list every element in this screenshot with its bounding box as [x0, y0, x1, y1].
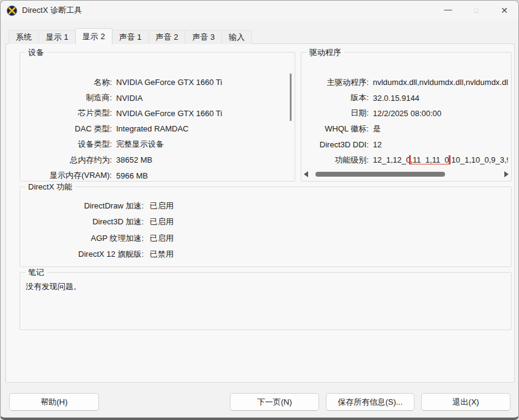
device-vertical-scrollbar[interactable]: [290, 73, 292, 121]
device-row-total-memory: 总内存约为: 38652 MB: [26, 152, 279, 168]
feature-row-dx12-ultimate: DirectX 12 旗舰版: 已禁用: [26, 246, 505, 262]
driver-horizontal-scrollbar[interactable]: [304, 170, 509, 179]
driver-group: 驱动程序 主驱动程序: nvldumdx.dll,nvldumdx.dll,nv…: [301, 52, 512, 182]
maximize-icon: □: [474, 7, 479, 14]
driver-row-main-driver: 主驱动程序: nvldumdx.dll,nvldumdx.dll,nvldumd…: [307, 75, 508, 90]
field-label: 主驱动程序:: [307, 77, 369, 88]
help-button[interactable]: 帮助(H): [9, 393, 99, 411]
driver-rows: 主驱动程序: nvldumdx.dll,nvldumdx.dll,nvldumd…: [307, 75, 508, 168]
feature-row-direct3d: Direct3D 加速: 已启用: [26, 214, 505, 230]
field-value: 38652 MB: [116, 155, 279, 164]
field-value: 完整显示设备: [116, 139, 279, 150]
close-button[interactable]: ✕: [490, 1, 518, 20]
field-value: 是: [373, 123, 508, 134]
device-row-manufacturer: 制造商: NVIDIA: [26, 90, 279, 105]
close-icon: ✕: [501, 6, 508, 15]
directx-icon: [7, 6, 17, 16]
driver-row-feature-levels: 功能级别: 12_1,12_0,11_1,11_0,10_1,10_0,9_3,…: [307, 152, 508, 168]
field-label: 名称:: [26, 77, 112, 88]
field-value: 已启用: [150, 216, 505, 227]
field-value: 12: [373, 140, 508, 149]
field-label: WHQL 徽标:: [307, 123, 369, 134]
device-rows: 名称: NVIDIA GeForce GTX 1660 Ti 制造商: NVID…: [26, 75, 279, 183]
scrollbar-thumb[interactable]: [315, 172, 445, 177]
tab-system[interactable]: 系统: [9, 30, 39, 44]
field-label: 日期:: [307, 108, 369, 119]
field-value: 已禁用: [150, 249, 505, 260]
driver-row-date: 日期: 12/2/2025 08:00:00: [307, 106, 508, 121]
feature-levels-highlight-annotation: ,11_1,11_0: [410, 155, 449, 164]
field-label: DirectDraw 加速:: [26, 201, 144, 212]
field-value: NVIDIA: [116, 94, 279, 103]
tab-sound-2[interactable]: 声音 2: [149, 30, 186, 44]
notes-group-legend: 笔记: [25, 267, 47, 278]
notes-group: 笔记 没有发现问题。: [20, 272, 512, 330]
field-label: 制造商:: [26, 92, 112, 103]
field-value: 已启用: [150, 201, 505, 212]
field-label: 显示内存(VRAM):: [26, 170, 112, 181]
tab-sound-1[interactable]: 声音 1: [112, 30, 149, 44]
driver-row-whql: WHQL 徽标: 是: [307, 121, 508, 136]
dxdiag-window: DirectX 诊断工具 — □ ✕ 系统 显示 1 显示 2 声音 1 声音 …: [0, 0, 519, 420]
tab-sound-3[interactable]: 声音 3: [185, 30, 222, 44]
exit-button[interactable]: 退出(X): [421, 393, 510, 411]
minimize-icon: —: [444, 5, 452, 14]
field-value: Integrated RAMDAC: [116, 124, 279, 133]
notes-text: 没有发现问题。: [26, 281, 505, 292]
field-label: Direct3D DDI:: [307, 140, 369, 149]
tab-display-2[interactable]: 显示 2: [75, 28, 112, 45]
device-row-vram: 显示内存(VRAM): 5966 MB: [26, 168, 279, 183]
maximize-button: □: [462, 1, 490, 20]
scroll-right-arrow-icon[interactable]: [504, 171, 509, 177]
field-value: 5966 MB: [116, 171, 279, 180]
minimize-button[interactable]: —: [434, 1, 462, 20]
field-label: 版本:: [307, 92, 369, 103]
driver-group-legend: 驱动程序: [306, 47, 344, 57]
tab-input[interactable]: 输入: [221, 30, 252, 44]
scroll-left-arrow-icon[interactable]: [304, 171, 308, 177]
field-label: 设备类型:: [26, 139, 112, 150]
field-label: 芯片类型:: [26, 108, 112, 119]
field-label: 功能级别:: [307, 155, 369, 166]
driver-row-d3d-ddi: Direct3D DDI: 12: [307, 137, 508, 152]
field-label: Direct3D 加速:: [26, 216, 144, 227]
device-group-legend: 设备: [25, 47, 47, 57]
feature-levels-post: ,10_1,10_0,9_3,9_2: [449, 155, 508, 164]
scrollbar-track[interactable]: [311, 172, 502, 177]
field-label: DAC 类型:: [26, 123, 112, 134]
device-row-chip-type: 芯片类型: NVIDIA GeForce GTX 1660 Ti: [26, 106, 279, 121]
features-rows: DirectDraw 加速: 已启用 Direct3D 加速: 已启用 AGP …: [26, 198, 505, 262]
feature-levels-pre: 12_1,12_0: [373, 155, 410, 164]
field-value: 32.0.15.9144: [373, 94, 508, 103]
field-label: DirectX 12 旗舰版:: [26, 249, 144, 260]
field-value: NVIDIA GeForce GTX 1660 Ti: [116, 109, 279, 118]
device-row-dac-type: DAC 类型: Integrated RAMDAC: [26, 121, 279, 136]
display2-tab-page: 设备 名称: NVIDIA GeForce GTX 1660 Ti 制造商: N…: [6, 43, 515, 383]
title-bar: DirectX 诊断工具 — □ ✕: [1, 1, 518, 20]
window-title: DirectX 诊断工具: [22, 5, 82, 16]
field-value: 已启用: [150, 233, 505, 244]
tab-strip: 系统 显示 1 显示 2 声音 1 声音 2 声音 3 输入: [9, 28, 252, 44]
driver-row-version: 版本: 32.0.15.9144: [307, 90, 508, 105]
field-label: 总内存约为:: [26, 155, 112, 166]
features-group-legend: DirectX 功能: [25, 182, 75, 192]
feature-row-directdraw: DirectDraw 加速: 已启用: [26, 198, 505, 214]
device-row-name: 名称: NVIDIA GeForce GTX 1660 Ti: [26, 75, 279, 90]
directx-features-group: DirectX 功能 DirectDraw 加速: 已启用 Direct3D 加…: [20, 186, 512, 267]
field-value: NVIDIA GeForce GTX 1660 Ti: [116, 78, 279, 87]
device-group: 设备 名称: NVIDIA GeForce GTX 1660 Ti 制造商: N…: [20, 52, 295, 182]
field-value: nvldumdx.dll,nvldumdx.dll,nvldumdx.dll: [373, 78, 508, 87]
field-label: AGP 纹理加速:: [26, 233, 144, 244]
save-all-information-button[interactable]: 保存所有信息(S)...: [326, 393, 414, 411]
next-page-button[interactable]: 下一页(N): [230, 393, 319, 411]
device-row-device-type: 设备类型: 完整显示设备: [26, 137, 279, 152]
field-value: 12/2/2025 08:00:00: [373, 109, 508, 118]
feature-row-agp-texture: AGP 纹理加速: 已启用: [26, 230, 505, 246]
tab-display-1[interactable]: 显示 1: [39, 30, 76, 44]
feature-levels-value: 12_1,12_0,11_1,11_0,10_1,10_0,9_3,9_2: [373, 155, 508, 164]
